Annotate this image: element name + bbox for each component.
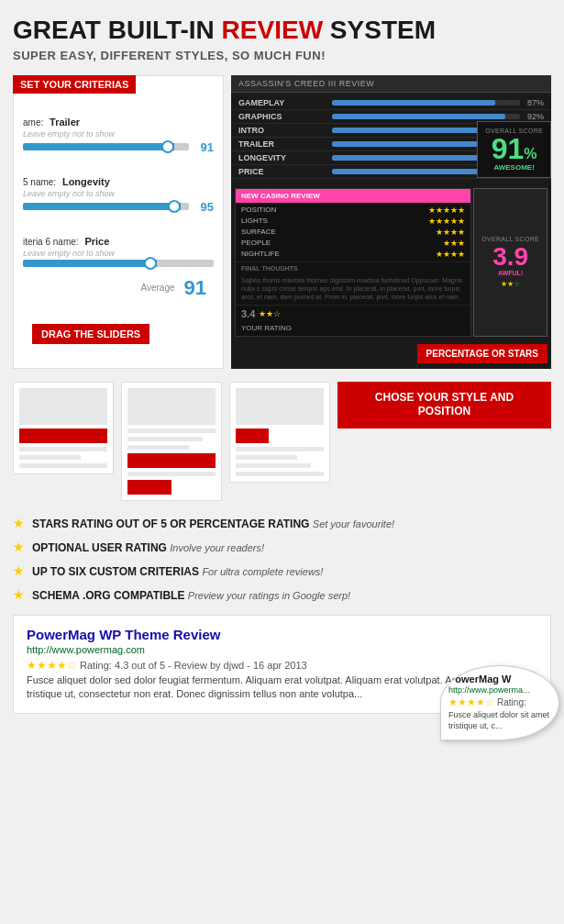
style-card-3-row [236,429,324,443]
review-row-label: GAMEPLAY [238,98,332,107]
criteria-row-2: 5 name: Longevity Leave empty not to sho… [23,176,214,214]
criteria-label-2: 5 name: Longevity [23,176,214,187]
style-line-6 [127,445,189,450]
star-icon-2: ★ [13,540,25,554]
percentage-badge-wrap: PERCENTAGE OR STARS [231,340,551,367]
your-rating-label: YOUR RATING [236,322,470,336]
criteria-hint-1: Leave empty not to show [23,129,214,139]
casino-row-label: NIGHTLIFE [241,250,436,258]
criteria-slider-wrap-2: 95 [23,200,214,214]
casino-row-4: PEOPLE ★★★ [236,238,470,249]
review-row-label: INTRO [238,126,332,135]
criteria-label-3: iteria 6 name: Price [23,236,214,247]
feature-item-3: ★ UP TO SIX CUSTOM CRITERIAS For ultra c… [13,563,551,578]
style-red-1 [19,429,107,443]
review-bar [332,100,495,106]
feature-item-1: ★ STARS RATING OUT OF 5 OR PERCENTAGE RA… [13,516,551,530]
schema-stars: ★★★★☆ [27,659,77,672]
final-thoughts-text: Sajbbs thorns maxbsa thornes digissom ma… [236,274,470,305]
bottom-rating-row: 3.4 ★★☆ [236,305,470,322]
casino-stars: ★★★ [443,239,465,248]
style-line-11 [236,472,324,476]
style-line-1 [19,447,107,451]
criteria-slider-wrap-3 [23,260,214,267]
set-criteria-badge: SET YOUR CRITERIAS [13,75,136,94]
review-bar [332,128,488,133]
title-plain: GREAT BUILT-IN [13,16,222,44]
review-row-label: PRICE [238,167,332,176]
schema-link[interactable]: PowerMag WP Theme Review [27,627,537,642]
tooltip-title: PowerMag W [448,674,551,685]
review-row-label: TRAILER [238,139,332,149]
criteria-slider-3[interactable] [23,260,214,267]
overall-awesome: AWESOME! [485,163,543,172]
review-row-label: LONGEVITY [238,153,332,162]
tooltip-stars: ★★★★☆ [448,696,494,707]
criteria-name-2: Longevity [62,176,110,187]
style-img-1 [19,388,107,425]
tooltip-rating: Rating: [497,697,526,707]
casino-stars: ★★★★ [436,228,465,237]
casino-row-label: LIGHTS [241,217,428,225]
review-bar [332,114,504,119]
style-red-3 [127,480,171,495]
section-styles: CHOSE YOUR STYLE AND POSITION [13,382,551,501]
style-red-2 [127,453,216,468]
casino-header: NEW CASINO REVIEW [236,189,470,203]
casino-section: NEW CASINO REVIEW POSITION ★★★★★ LIGHTS … [235,188,547,337]
style-img-2 [127,388,216,425]
page-title: GREAT BUILT-IN REVIEW SYSTEM [13,17,551,45]
style-img-3 [236,388,324,425]
casino-row-1: POSITION ★★★★★ [236,205,470,216]
drag-badge-wrap: DRAG THE SLIDERS [23,307,214,344]
schema-rating-text: Rating: 4.3 out of 5 - Review by djwd - … [80,660,307,671]
criteria-label-1: ame: Trailer [23,117,214,128]
avg-val: 91 [184,276,206,300]
criteria-name-1: Trailer [50,117,80,128]
casino-stars: ★★★★★ [428,206,465,215]
tooltip-desc: Fusce aliquet dolor sit amet tristique u… [448,710,551,731]
casino-score-label: OVERALL SCORE [481,236,539,242]
criteria-slider-thumb-1[interactable] [161,140,174,153]
casino-stars: ★★★★ [436,250,465,259]
casino-score-box: OVERALL SCORE 3.9 AWFUL! ★★☆ [473,188,547,337]
casino-row-label: POSITION [241,206,428,214]
review-bar-wrap [332,100,520,106]
review-row-gameplay: GAMEPLAY 87% [231,96,551,110]
feature-desc-2: Involve your readers! [170,542,264,553]
casino-rows: POSITION ★★★★★ LIGHTS ★★★★★ SURFACE ★★★★ [236,203,470,262]
criteria-val-1: 91 [194,140,214,154]
casino-panel: NEW CASINO REVIEW POSITION ★★★★★ LIGHTS … [235,188,471,337]
avg-row: Average 91 [23,276,214,300]
review-panel-header: ASSASSIN'S CREED III REVIEW [231,75,551,93]
feature-desc-3: For ultra complete reviews! [202,566,323,577]
criteria-slider-2[interactable] [23,203,189,210]
criteria-slider-1[interactable] [23,143,189,150]
feature-title-1: STARS RATING OUT OF 5 OR PERCENTAGE RATI… [32,518,309,530]
section-top: SET YOUR CRITERIAS ame: Trailer Leave em… [13,75,551,369]
criteria-name-3: Price [84,236,109,247]
schema-rating-row: ★★★★☆ Rating: 4.3 out of 5 - Review by d… [27,659,537,672]
casino-layout: NEW CASINO REVIEW POSITION ★★★★★ LIGHTS … [235,188,547,337]
casino-row-label: SURFACE [241,228,436,236]
criteria-slider-thumb-2[interactable] [168,200,181,213]
star-icon-1: ★ [13,516,25,530]
criteria-slider-thumb-3[interactable] [144,257,157,270]
review-bar-wrap [332,114,520,119]
style-line-7 [127,472,216,476]
schema-section: PowerMag WP Theme Review http://www.powe… [13,615,551,714]
star-icon-3: ★ [13,563,25,578]
style-line-4 [127,429,216,433]
schema-url: http://www.powermag.com [27,644,537,655]
style-line-8 [236,447,324,451]
style-line-3 [19,463,107,468]
review-row-val: 92% [525,112,544,121]
criteria-panel: SET YOUR CRITERIAS ame: Trailer Leave em… [13,75,224,369]
feature-item-2: ★ OPTIONAL USER RATING Involve your read… [13,540,551,554]
tooltip-url: http://www.powerma... [448,685,551,695]
tooltip-overlay: PowerMag W http://www.powerma... ★★★★☆ R… [440,665,559,740]
title-highlight: REVIEW [222,16,323,44]
star-icon-4: ★ [13,587,25,602]
casino-stars: ★★★★★ [428,217,465,226]
style-line-2 [19,455,81,460]
